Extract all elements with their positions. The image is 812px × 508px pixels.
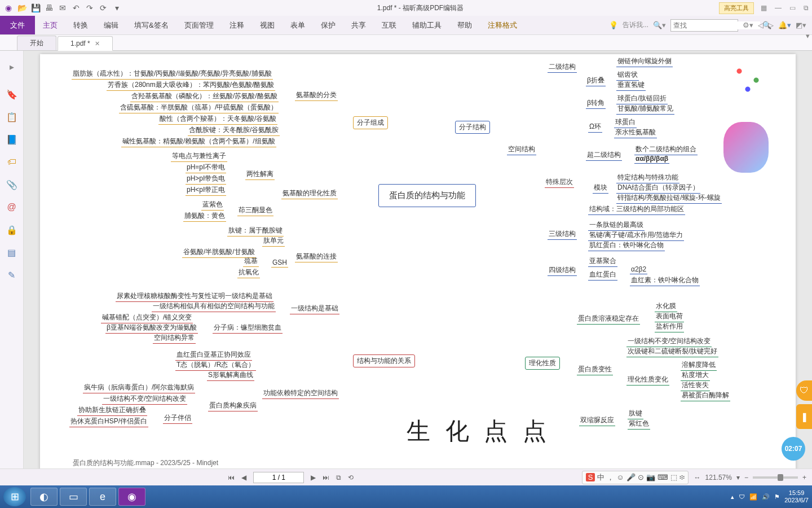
tray-volume-icon[interactable]: 🔊 [762, 493, 770, 501]
ime-bar[interactable]: S 中 ， ☺ 🎤 ⊙ 📷 ⌨ ⬚ ፨ [582, 471, 689, 484]
ime-logo-icon[interactable]: S [586, 473, 595, 481]
tab-protect[interactable]: 保护 [313, 16, 343, 34]
tell-me[interactable]: 告诉我... [623, 20, 648, 30]
side-badge-icon[interactable]: 🛡 [796, 380, 812, 401]
fields-icon[interactable]: ▤ [6, 246, 18, 259]
txt: 疯牛病（朊病毒蛋白）/阿尔兹海默病 [83, 383, 195, 393]
rotate-icon[interactable]: ⟲ [348, 474, 354, 481]
ime-menu-icon[interactable]: ፨ [679, 473, 685, 482]
tray-flag-icon[interactable]: ⚑ [774, 493, 780, 501]
tray-shield-icon[interactable]: 🛡 [739, 493, 745, 500]
minimize-icon[interactable]: — [775, 4, 782, 12]
ime-keyboard-icon[interactable]: ⌨ [657, 473, 668, 481]
txt: 空间结构异常 [153, 333, 196, 344]
side-handle-icon[interactable]: ❚ [796, 404, 812, 429]
bell-icon[interactable]: 🔔▾ [778, 21, 791, 29]
collapse-ribbon-icon[interactable]: ▾ [806, 32, 810, 40]
pages-icon[interactable]: 📘 [6, 133, 18, 146]
doc-tab-start[interactable]: 开始 [17, 36, 56, 50]
signature-icon[interactable]: ✎ [6, 269, 18, 281]
redo2-icon[interactable]: ⟳ [98, 3, 108, 13]
nav-prev-icon[interactable]: ◁ [758, 21, 764, 29]
txt: 蛋白质构象疾病 [208, 401, 258, 411]
at-icon[interactable]: @ [6, 201, 18, 213]
close-icon[interactable]: ⧉ [804, 4, 809, 12]
prev-page-icon[interactable]: ◀ [241, 474, 246, 481]
expand-panel-icon[interactable]: ▸ [6, 55, 18, 78]
tab-convert[interactable]: 转换 [65, 16, 96, 34]
maximize-icon[interactable]: ▭ [789, 4, 796, 12]
ime-pad-icon[interactable]: ⬚ [670, 473, 677, 481]
email-icon[interactable]: ✉ [58, 3, 68, 13]
next-page-icon[interactable]: ▶ [311, 474, 316, 481]
tab-view[interactable]: 视图 [252, 16, 283, 34]
tab-help[interactable]: 帮助 [449, 16, 480, 34]
document-tabs: 开始 1.pdf * ✕ [0, 35, 812, 51]
tab-edit[interactable]: 编辑 [96, 16, 126, 34]
tab-access[interactable]: 辅助工具 [404, 16, 449, 34]
user-icon[interactable]: ◩▾ [796, 21, 806, 29]
zoom-slider[interactable] [753, 476, 798, 479]
ime-punct-icon[interactable]: ， [607, 472, 614, 483]
app-icon: ◉ [3, 3, 14, 13]
highlight-tool-badge[interactable]: 高亮工具 [719, 2, 754, 14]
tab-pagemgmt[interactable]: 页面管理 [176, 16, 222, 34]
undo-icon[interactable]: ↶ [71, 3, 81, 13]
zoom-in-icon[interactable]: + [802, 474, 806, 481]
last-page-icon[interactable]: ⏭ [323, 474, 329, 481]
save-icon[interactable]: 💾 [30, 3, 41, 13]
zoom-out-icon[interactable]: − [744, 474, 748, 481]
tab-close-icon[interactable]: ✕ [95, 40, 100, 47]
ime-emoji-icon[interactable]: ☺ [616, 473, 624, 481]
fit-width-icon[interactable]: ↔ [694, 474, 701, 481]
tab-share[interactable]: 共享 [343, 16, 374, 34]
grid-icon[interactable]: ▦ [761, 4, 767, 12]
nav-next-icon[interactable]: ▷ [768, 21, 774, 29]
taskbar-app-2[interactable]: ▭ [60, 488, 87, 506]
clipboard-icon[interactable]: 📋 [6, 111, 18, 123]
ime-mic-icon[interactable]: 🎤 [626, 473, 636, 481]
txt: 协助新生肽链正确折叠 [77, 405, 147, 416]
document-area[interactable]: 蛋白质的结构与功能 分子组成 分子结构 空间结构 结构与功能的关系 理化性质 氨… [24, 51, 812, 468]
tray-chevron-icon[interactable]: ▴ [731, 493, 734, 501]
node-mol-struct: 分子结构 [455, 121, 490, 134]
print-icon[interactable]: 🖶 [44, 3, 54, 13]
taskbar-app-foxit[interactable]: ◉ [118, 488, 145, 506]
tray-network-icon[interactable]: 📶 [749, 493, 757, 501]
tab-commentfmt[interactable]: 注释格式 [480, 16, 525, 34]
start-button[interactable]: ⊞ [3, 487, 26, 506]
doc-tab-pdf[interactable]: 1.pdf * ✕ [58, 36, 113, 51]
tab-comment[interactable]: 注释 [222, 16, 252, 34]
open-icon[interactable]: 📂 [17, 3, 27, 13]
file-tab[interactable]: 文件 [0, 16, 35, 34]
attachment-icon[interactable]: 📎 [6, 178, 18, 191]
tag-icon[interactable]: 🏷 [6, 156, 18, 168]
first-page-icon[interactable]: ⏮ [228, 474, 235, 481]
tab-home[interactable]: 主页 [35, 16, 65, 34]
ime-camera-icon[interactable]: 📷 [646, 473, 655, 481]
find-tool-icon[interactable]: 🔍▾ [653, 21, 666, 29]
spread-icon[interactable]: ⧉ [336, 474, 341, 481]
taskbar-app-1[interactable]: ◐ [30, 488, 58, 506]
txt: 一级结构不变/空间结构改变 [102, 394, 187, 405]
ime-lang[interactable]: 中 [597, 472, 604, 483]
txt: 锌指结构/亮氨酸拉链/螺旋-环-螺旋 [616, 193, 722, 204]
taskbar-clock[interactable]: 15:59 2023/6/7 [784, 489, 809, 504]
txt: T态（脱氧）/R态（氧合） [175, 360, 256, 371]
time-bubble[interactable]: 02:07 [782, 437, 805, 461]
lock-icon[interactable]: 🔒 [6, 224, 18, 236]
bulb-icon: 💡 [609, 21, 618, 29]
qat-more-icon[interactable]: ▾ [112, 3, 122, 13]
taskbar-app-edge[interactable]: e [89, 488, 116, 506]
gear-icon[interactable]: ⚙▾ [743, 21, 753, 29]
tab-connect[interactable]: 互联 [374, 16, 404, 34]
tab-form[interactable]: 表单 [283, 16, 313, 34]
txt: 分子伴侣 [163, 413, 192, 424]
zoom-dropdown-icon[interactable]: ▾ [736, 474, 740, 481]
ime-speaker-icon[interactable]: ⊙ [638, 473, 644, 481]
redo-icon[interactable]: ↷ [85, 3, 95, 13]
bookmarks-icon[interactable]: 🔖 [6, 88, 18, 100]
tab-fillsign[interactable]: 填写&签名 [126, 16, 176, 34]
search-box[interactable]: 🔍 [670, 19, 738, 32]
page-input[interactable] [253, 472, 304, 483]
